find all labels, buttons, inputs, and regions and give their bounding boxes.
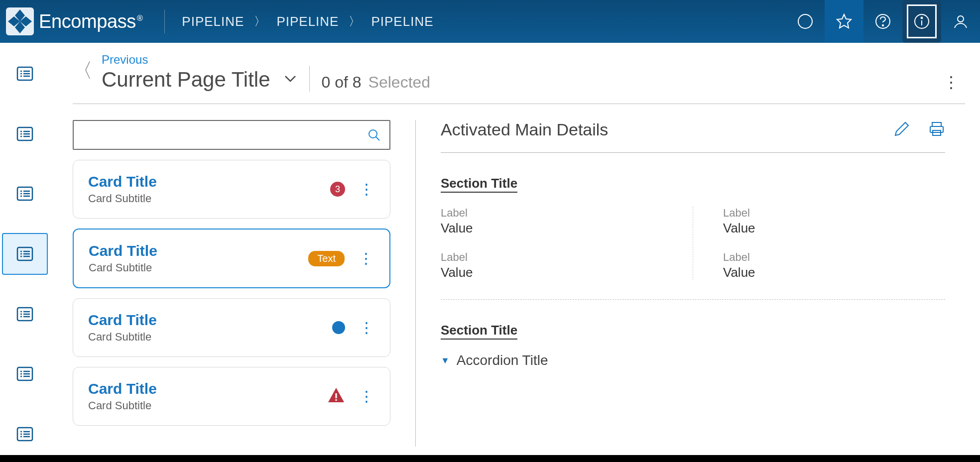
status-badge: Text [308, 251, 345, 266]
svg-line-57 [376, 137, 379, 140]
page-actions-kebab-icon[interactable]: ⋮ [943, 73, 965, 92]
divider [164, 9, 165, 33]
sidenav-item[interactable] [2, 293, 48, 335]
detail-column: Activated Main Details Section Title [441, 120, 965, 447]
svg-rect-61 [930, 126, 943, 132]
help-icon[interactable] [863, 0, 902, 43]
page-title: Current Page Title [102, 68, 270, 92]
card-kebab-icon[interactable]: ⋮ [359, 323, 375, 332]
column-divider [415, 120, 416, 447]
card[interactable]: Card Title Card Subtitle ⋮ [73, 367, 390, 426]
chevron-down-icon[interactable] [283, 72, 297, 88]
svg-point-5 [921, 17, 923, 19]
dot-badge [332, 321, 345, 334]
detail-section: Section Title Label Value Label Value [441, 176, 945, 300]
section-title: Section Title [441, 323, 517, 340]
accordion-toggle[interactable]: ▼ Accordion Title [441, 352, 945, 368]
count-badge: 3 [330, 182, 345, 197]
main-area: 〈 Previous Current Page Title 0 of 8 Sel… [0, 43, 980, 455]
field-label: Label [723, 207, 945, 220]
bottom-bar [0, 455, 980, 462]
detail-header: Activated Main Details [441, 120, 945, 153]
detail-title: Activated Main Details [441, 120, 608, 139]
card-subtitle: Card Subtitle [88, 399, 318, 412]
topbar: Encompass® PIPELINE 〉 PIPELINE 〉 PIPELIN… [0, 0, 980, 43]
brand-logo[interactable]: Encompass® [6, 7, 142, 35]
chevron-right-icon: 〉 [349, 13, 361, 29]
selection-count: 0 of 8 Selected [322, 73, 431, 92]
page-header: 〈 Previous Current Page Title 0 of 8 Sel… [73, 53, 965, 104]
logo-icon [6, 7, 34, 35]
breadcrumb-item[interactable]: PIPELINE [182, 14, 244, 29]
sidenav-item[interactable] [2, 413, 48, 456]
card-subtitle: Card Subtitle [89, 261, 299, 274]
field-label: Label [723, 251, 945, 264]
card-kebab-icon[interactable]: ⋮ [359, 254, 374, 263]
user-icon[interactable] [941, 0, 980, 43]
status-circle-icon[interactable] [786, 0, 825, 43]
card-subtitle: Card Subtitle [88, 192, 321, 205]
svg-point-6 [958, 16, 964, 22]
section-title: Section Title [441, 176, 517, 193]
selected-label: Selected [368, 73, 431, 92]
card[interactable]: Card Title Card Subtitle ⋮ [73, 298, 390, 357]
sidenav-item[interactable] [2, 53, 48, 95]
edit-icon[interactable] [893, 120, 910, 139]
info-icon[interactable] [902, 0, 941, 43]
sidenav-item[interactable] [2, 353, 48, 395]
back-chevron-icon[interactable]: 〈 [73, 60, 93, 80]
search-input[interactable] [73, 120, 390, 150]
chevron-right-icon: 〉 [254, 13, 266, 29]
content: 〈 Previous Current Page Title 0 of 8 Sel… [50, 43, 980, 455]
search-icon [368, 128, 380, 141]
breadcrumb-item[interactable]: PIPELINE [371, 14, 433, 29]
svg-point-1 [798, 14, 812, 28]
field-label: Label [441, 207, 663, 220]
card-title: Card Title [88, 312, 323, 329]
card[interactable]: Card Title Card Subtitle 3 ⋮ [73, 160, 390, 219]
card-subtitle: Card Subtitle [88, 331, 323, 344]
card-title: Card Title [88, 173, 321, 190]
favorite-star-icon[interactable] [825, 0, 863, 43]
svg-rect-59 [336, 399, 337, 401]
previous-link[interactable]: Previous [102, 53, 297, 67]
sidenav-item[interactable] [2, 173, 48, 215]
accordion-title: Accordion Title [457, 352, 548, 368]
field-value: Value [441, 265, 663, 280]
list-column: Card Title Card Subtitle 3 ⋮ Card Title … [73, 120, 390, 447]
caret-down-icon: ▼ [441, 355, 450, 366]
print-icon[interactable] [928, 120, 945, 139]
field-value: Value [723, 265, 945, 280]
sidenav [0, 43, 50, 455]
breadcrumb-item[interactable]: PIPELINE [276, 14, 339, 29]
card-title: Card Title [89, 242, 299, 259]
card-kebab-icon[interactable]: ⋮ [359, 392, 375, 401]
field-label: Label [441, 251, 663, 264]
svg-point-3 [882, 25, 883, 26]
divider [309, 66, 310, 92]
card-title: Card Title [88, 380, 318, 397]
field-value: Value [723, 221, 945, 236]
topbar-actions [786, 0, 980, 43]
detail-section: Section Title ▼ Accordion Title [441, 323, 945, 368]
svg-rect-60 [932, 122, 941, 126]
breadcrumb: PIPELINE 〉 PIPELINE 〉 PIPELINE [182, 13, 433, 29]
sidenav-item[interactable] [2, 113, 48, 155]
warning-icon [327, 386, 345, 406]
card-kebab-icon[interactable]: ⋮ [359, 185, 375, 194]
brand-name: Encompass® [39, 11, 142, 32]
count-text: 0 of 8 [322, 73, 362, 92]
card-selected[interactable]: Card Title Card Subtitle Text ⋮ [73, 229, 390, 288]
sidenav-item-active[interactable] [2, 233, 48, 275]
svg-rect-58 [336, 393, 337, 398]
svg-point-56 [369, 130, 377, 138]
field-value: Value [441, 221, 663, 236]
